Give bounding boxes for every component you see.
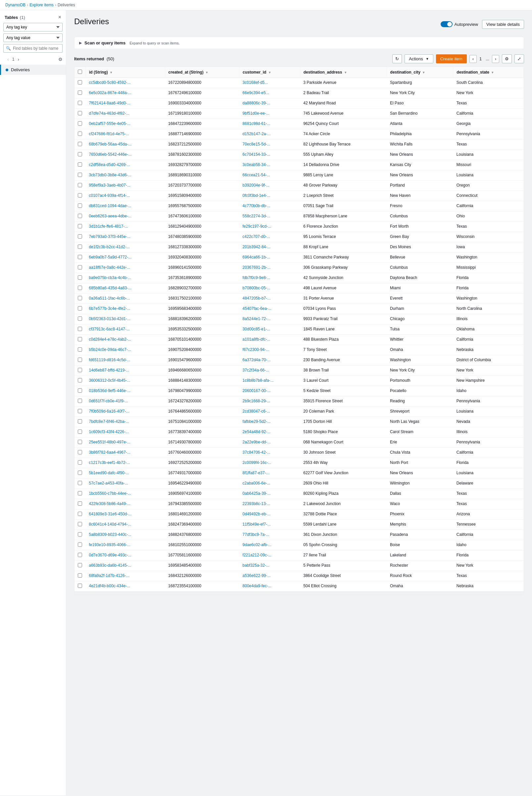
id-link[interactable]: 4e21df4b-b00c-434e-... [89, 583, 130, 588]
customer-id-link[interactable]: 0fc0f3bd-1e4-... [243, 193, 270, 198]
id-link[interactable]: 6b7e577b-3c4e-4fe2-... [89, 306, 130, 311]
id-link[interactable]: 0eb2af57-555e-4e05-... [89, 121, 130, 126]
id-link[interactable]: 7f0b509d-6a16-40f7-... [89, 409, 130, 414]
row-checkbox[interactable] [78, 101, 82, 105]
customer-id-link[interactable]: d152b147-2a-... [243, 131, 271, 136]
id-link[interactable]: 018b536d-9ef5-446e-... [89, 388, 130, 393]
id-link[interactable]: 641809e3-31e6-450d-... [89, 512, 132, 516]
sidebar-prev-button[interactable]: ‹ [7, 57, 10, 62]
sidebar-settings-button[interactable]: ⚙ [58, 57, 62, 62]
row-checkbox[interactable] [78, 121, 82, 126]
customer-id-link[interactable]: 8a5244e1-72-... [243, 316, 271, 321]
view-table-details-button[interactable]: View table details [482, 20, 524, 29]
row-checkbox[interactable] [78, 131, 82, 136]
row-checkbox[interactable] [78, 573, 82, 578]
row-checkbox[interactable] [78, 378, 82, 382]
row-checkbox[interactable] [78, 368, 82, 372]
row-checkbox[interactable] [78, 532, 82, 537]
row-checkbox[interactable] [78, 388, 82, 393]
id-link[interactable]: 7eb793a0-37f3-445e-... [89, 234, 130, 239]
id-link[interactable]: 5b1eed90-dafc-4f90-... [89, 471, 129, 475]
id-link[interactable]: de1f2c3b-b2cc-41d2-... [89, 245, 130, 249]
row-checkbox[interactable] [78, 347, 82, 351]
id-link[interactable]: db831ced-1094-4dae-... [89, 203, 131, 208]
row-checkbox[interactable] [78, 542, 82, 547]
customer-id-link[interactable]: 4847205b-b7-... [243, 296, 271, 301]
customer-id-link[interactable]: 3c0168ef-d5... [243, 80, 268, 85]
customer-id-link[interactable]: 37c84706-42-... [243, 450, 270, 455]
row-checkbox[interactable] [78, 583, 82, 588]
id-link[interactable]: c1217c3b-eef1-4b72-... [89, 460, 130, 465]
col-header-id[interactable]: id (String) ▾ [86, 67, 165, 78]
id-link[interactable]: 0d7e3670-d69e-493c-... [89, 553, 131, 557]
col-header-created-at[interactable]: created_at (String) ▾ [165, 67, 239, 78]
id-link[interactable]: aa18f67e-0a8c-442e-... [89, 265, 130, 270]
row-checkbox[interactable] [78, 142, 82, 146]
column-settings-button[interactable]: ⚙ [502, 54, 512, 63]
row-checkbox[interactable] [78, 409, 82, 413]
customer-id-link[interactable]: 2a22e9be-dd-... [243, 440, 271, 445]
customer-id-link[interactable]: fafbbe29-5d2-... [243, 419, 271, 424]
search-input[interactable] [3, 44, 62, 53]
row-checkbox[interactable] [78, 306, 82, 310]
customer-id-link[interactable]: a101a8fb-dfc-... [243, 337, 270, 342]
id-link[interactable]: 7650d6eb-5542-446e-... [89, 152, 132, 157]
customer-id-link[interactable]: 6964ca66-1b-... [243, 255, 270, 259]
customer-id-link[interactable]: 20600167-00-... [243, 388, 271, 393]
row-checkbox[interactable] [78, 471, 82, 475]
id-link[interactable]: 0a36a511-1fac-4c6b-... [89, 296, 130, 301]
customer-id-link[interactable]: a536e622-99-... [243, 573, 271, 578]
row-checkbox[interactable] [78, 193, 82, 198]
id-link[interactable]: 0d651f7f-cb0e-41f9-... [89, 399, 128, 403]
customer-id-link[interactable]: 9bf51d0e-ee-... [243, 111, 269, 116]
id-link[interactable]: 0b5f2363-013d-42d1-... [89, 316, 130, 321]
row-checkbox[interactable] [78, 522, 82, 526]
row-checkbox[interactable] [78, 80, 82, 85]
row-checkbox[interactable] [78, 286, 82, 290]
id-link[interactable]: 0eeb6263-aeea-4dbe-... [89, 214, 132, 218]
id-link[interactable]: 3d1b1cfe-ffe6-4817-... [89, 224, 128, 229]
customer-id-link[interactable]: 2c0099f4-16c-... [243, 460, 271, 465]
row-checkbox[interactable] [78, 214, 82, 218]
customer-id-link[interactable]: c422c707-d0-... [243, 234, 270, 239]
id-link[interactable]: 14d6eb87-bffd-4219-... [89, 368, 130, 373]
customer-id-link[interactable]: 2cd38047-c6-... [243, 409, 270, 414]
horizontal-scrollbar[interactable] [75, 592, 524, 594]
expand-button[interactable]: ⤢ [514, 54, 524, 63]
autopreview-switch[interactable] [441, 21, 453, 27]
id-link[interactable]: 1bcb5560-c7bb-44ee-... [89, 491, 131, 496]
customer-id-link[interactable]: 2e54a48d-92-... [243, 430, 271, 434]
row-checkbox[interactable] [78, 203, 82, 208]
id-link[interactable]: 1c609cf3-43f4-4226-... [89, 430, 129, 434]
customer-id-link[interactable]: 11f5b49e-ef7-... [243, 522, 271, 527]
row-checkbox[interactable] [78, 234, 82, 239]
create-item-button[interactable]: Create item [436, 54, 467, 63]
id-link[interactable]: ba9e075b-cb3a-4c4b-... [89, 275, 131, 280]
id-link[interactable]: 3cb73db0-3b8e-43d6-... [89, 173, 131, 177]
row-checkbox[interactable] [78, 265, 82, 269]
row-checkbox[interactable] [78, 162, 82, 167]
row-checkbox[interactable] [78, 316, 82, 321]
id-link[interactable]: 36006312-0c5f-4b45-... [89, 378, 130, 383]
id-link[interactable]: 6eb9a0b7-5a9d-4772-... [89, 255, 132, 259]
id-link[interactable]: 68b679eb-56aa-45da-... [89, 142, 132, 146]
id-link[interactable]: 68fa9a2f-1d7b-4126-... [89, 573, 130, 578]
id-link[interactable]: fd651119-d816-4c5d-... [89, 358, 130, 362]
id-link[interactable]: 3b86f782-6aa4-4967-... [89, 450, 130, 455]
customer-id-link[interactable]: 1c8b8b7b8-afa-... [243, 378, 274, 383]
col-header-destination-address[interactable]: destination_address ▾ [300, 67, 387, 78]
customer-id-link[interactable]: 8681c98d-61-... [243, 121, 270, 126]
row-checkbox[interactable] [78, 491, 82, 495]
customer-id-link[interactable]: b70800bc-05-... [243, 286, 270, 290]
id-link[interactable]: a663b93c-da6b-4145-... [89, 563, 131, 568]
id-link[interactable]: c0107ac4-939a-4f14-... [89, 193, 130, 198]
scan-query-box[interactable]: ▶ Scan or query items Expand to query or… [74, 37, 524, 49]
row-checkbox[interactable] [78, 296, 82, 300]
customer-id-link[interactable]: 22393b8c-13-... [243, 501, 270, 506]
breadcrumb-explore-items[interactable]: Explore items [30, 3, 54, 7]
sidebar-next-button[interactable]: › [17, 57, 20, 62]
row-checkbox[interactable] [78, 275, 82, 280]
row-checkbox[interactable] [78, 512, 82, 516]
customer-id-link[interactable]: da88806c-39-... [243, 101, 270, 105]
id-link[interactable]: 25ee551f-48b0-497e-... [89, 440, 130, 445]
